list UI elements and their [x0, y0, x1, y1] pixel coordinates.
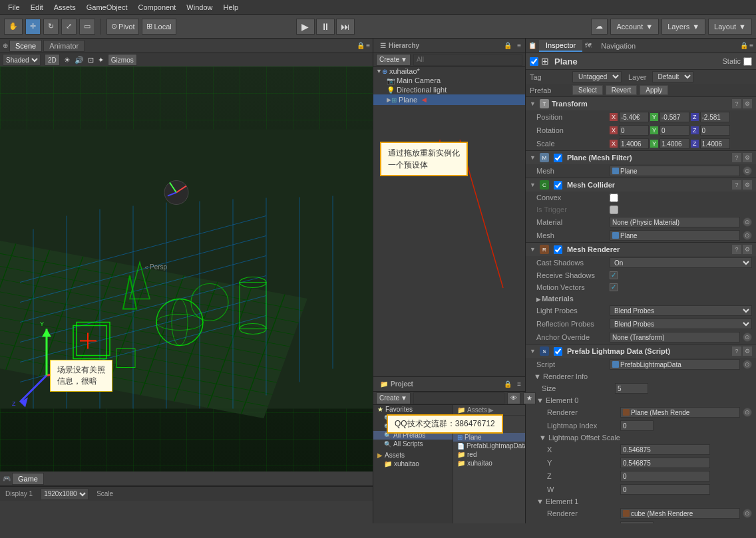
- transform-header[interactable]: ▼ T Transform ? ⚙: [526, 97, 756, 110]
- mesh-filter-header[interactable]: ▼ M Plane (Mesh Filter) ? ⚙: [526, 151, 756, 164]
- project-create-btn[interactable]: Create ▼: [376, 392, 411, 404]
- pause-button[interactable]: ⏸: [316, 19, 335, 35]
- anchor-select-btn[interactable]: ⊙: [743, 333, 752, 342]
- renderer-info-section[interactable]: ▼ Renderer Info: [526, 371, 756, 382]
- tab-animator[interactable]: Animator: [43, 40, 85, 52]
- menu-file[interactable]: File: [3, 2, 25, 13]
- layout-dropdown[interactable]: Layout ▼: [708, 19, 752, 35]
- offset-x-input[interactable]: [620, 444, 710, 455]
- lightmap-offset-section[interactable]: ▼ Lightmap Offset Scale: [526, 432, 756, 443]
- lightmap-index1-input[interactable]: [620, 521, 654, 523]
- hierarchy-root[interactable]: ▼ ⊕ xuhaitao*: [373, 67, 525, 76]
- pos-z-input[interactable]: [700, 112, 730, 122]
- pl-settings[interactable]: ⚙: [743, 346, 752, 356]
- menu-assets[interactable]: Assets: [49, 2, 81, 13]
- 2d-btn[interactable]: 2D: [45, 54, 60, 66]
- renderer-select-btn[interactable]: ⊙: [743, 408, 752, 417]
- mf-settings[interactable]: ⚙: [743, 153, 752, 162]
- material-select-btn[interactable]: ⊙: [743, 217, 752, 227]
- convex-checkbox[interactable]: [610, 194, 618, 202]
- cloud-button[interactable]: ☁: [591, 19, 608, 35]
- assets-root[interactable]: ▶ Assets: [373, 451, 453, 460]
- scene-canvas[interactable]: Y X Z ＜Persp: [0, 67, 373, 471]
- offset-w-input[interactable]: [620, 484, 710, 495]
- select-btn[interactable]: Select: [572, 85, 603, 95]
- eye-btn[interactable]: 👁: [507, 392, 520, 404]
- object-enabled-checkbox[interactable]: [530, 57, 538, 66]
- step-button[interactable]: ⏭: [336, 19, 355, 35]
- gizmos-btn[interactable]: Gizmos: [108, 54, 137, 66]
- rot-x-input[interactable]: [619, 125, 649, 136]
- mesh-filter-enabled[interactable]: [554, 154, 562, 162]
- static-checkbox[interactable]: [743, 57, 752, 66]
- collider-mesh-select[interactable]: ⊙: [743, 231, 752, 240]
- play-button[interactable]: ▶: [296, 19, 315, 35]
- mesh-collider-enabled[interactable]: [554, 181, 562, 190]
- apply-btn[interactable]: Apply: [640, 85, 668, 95]
- rot-z-input[interactable]: [700, 125, 730, 136]
- offset-z-input[interactable]: [620, 471, 710, 481]
- scale-tool[interactable]: ⤢: [61, 19, 77, 35]
- scale-z-input[interactable]: [700, 138, 730, 149]
- script-select-btn[interactable]: ⊙: [743, 360, 752, 369]
- assets-subfolder[interactable]: 📁 xuhaitao: [373, 460, 453, 468]
- star-btn[interactable]: ★: [523, 392, 536, 404]
- move-tool[interactable]: ✛: [25, 19, 41, 35]
- offset-y-input[interactable]: [620, 458, 710, 468]
- transform-settings[interactable]: ⚙: [743, 99, 752, 108]
- menu-component[interactable]: Component: [132, 2, 181, 13]
- revert-btn[interactable]: Revert: [606, 85, 637, 95]
- layers-dropdown[interactable]: Layers ▼: [662, 19, 705, 35]
- hierarchy-plane[interactable]: ▶ ⊞ Plane ◄: [373, 94, 525, 105]
- hand-tool[interactable]: ✋: [4, 19, 23, 35]
- pos-x-input[interactable]: [619, 112, 649, 122]
- mc-settings[interactable]: ⚙: [743, 180, 752, 190]
- tab-navigation[interactable]: Navigation: [594, 41, 642, 51]
- is-trigger-checkbox[interactable]: [610, 205, 618, 214]
- mc-help[interactable]: ?: [732, 180, 741, 190]
- asset-xuhaitao2[interactable]: 📁 xuhaitao: [453, 459, 525, 468]
- menu-window[interactable]: Window: [181, 2, 218, 13]
- scale-x-input[interactable]: [619, 138, 649, 149]
- mesh-collider-header[interactable]: ▼ C Mesh Collider ? ⚙: [526, 178, 756, 192]
- hierarchy-camera[interactable]: 📷 Main Camera: [373, 76, 525, 85]
- light-probes-select[interactable]: Blend Probes: [610, 305, 752, 316]
- mf-help[interactable]: ?: [732, 153, 741, 162]
- menu-gameobject[interactable]: GameObject: [81, 2, 133, 13]
- cast-shadows-select[interactable]: On: [610, 257, 752, 268]
- resolution-select[interactable]: 1920x1080: [41, 488, 89, 500]
- shaded-select[interactable]: Shaded: [3, 54, 41, 66]
- menu-help[interactable]: Help: [218, 2, 244, 13]
- tag-dropdown[interactable]: Untagged: [572, 71, 622, 82]
- tab-game[interactable]: Game: [12, 473, 44, 485]
- tab-scene[interactable]: Scene: [9, 40, 42, 52]
- rect-tool[interactable]: ▭: [79, 19, 95, 35]
- menu-edit[interactable]: Edit: [25, 2, 49, 13]
- layer-dropdown[interactable]: Default: [652, 71, 693, 82]
- pivot-btn[interactable]: ⊙ Pivot: [106, 19, 139, 35]
- project-search[interactable]: [413, 392, 504, 404]
- search-input[interactable]: [413, 54, 522, 66]
- hierarchy-light[interactable]: 💡 Directional light: [373, 85, 525, 94]
- lightmap-index-input[interactable]: [620, 420, 654, 431]
- mesh-renderer-header[interactable]: ▼ R Mesh Renderer ? ⚙: [526, 243, 756, 256]
- transform-help[interactable]: ?: [732, 99, 741, 108]
- mesh-select-btn[interactable]: ⊙: [743, 166, 752, 176]
- tab-inspector[interactable]: Inspector: [539, 40, 582, 52]
- rotate-tool[interactable]: ↻: [43, 19, 59, 35]
- element1-section[interactable]: ▼ Element 1: [526, 496, 756, 507]
- asset-prefab[interactable]: 📄 PrefabLightmapData: [453, 442, 525, 450]
- mr-help[interactable]: ?: [732, 245, 741, 254]
- asset-plane[interactable]: ⊞ Plane: [453, 433, 525, 442]
- prefab-lightmap-header[interactable]: ▼ S Prefab Lightmap Data (Script) ? ⚙: [526, 344, 756, 358]
- asset-red[interactable]: 📁 red: [453, 450, 525, 459]
- create-btn[interactable]: Create ▼: [376, 54, 411, 66]
- prefab-lightmap-enabled[interactable]: [554, 347, 562, 356]
- reflection-probes-select[interactable]: Blend Probes: [610, 319, 752, 329]
- mesh-renderer-enabled[interactable]: [554, 245, 562, 254]
- scale-y-input[interactable]: [660, 138, 689, 149]
- account-dropdown[interactable]: Account ▼: [610, 19, 659, 35]
- local-btn[interactable]: ⊞ Local: [142, 19, 176, 35]
- receive-shadows-checkbox[interactable]: [610, 271, 618, 279]
- element0-section[interactable]: ▼ Element 0: [526, 395, 756, 406]
